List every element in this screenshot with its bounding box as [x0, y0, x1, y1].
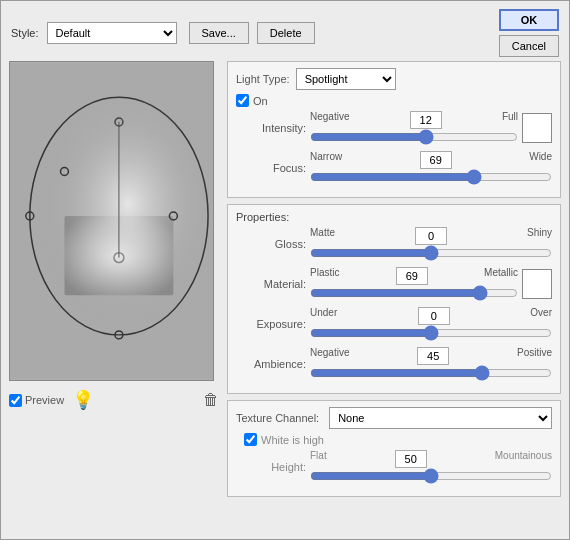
focus-label: Focus:: [236, 162, 306, 174]
height-max-label: Mountainous: [495, 450, 552, 468]
material-min-label: Plastic: [310, 267, 339, 285]
material-max-label: Metallic: [484, 267, 518, 285]
ambience-max-label: Positive: [517, 347, 552, 365]
style-select[interactable]: Default: [47, 22, 177, 44]
on-label: On: [253, 95, 268, 107]
ambience-label: Ambience:: [236, 358, 306, 370]
material-color-swatch[interactable]: [522, 269, 552, 299]
exposure-max-label: Over: [530, 307, 552, 325]
height-label: Height:: [236, 461, 306, 473]
exposure-min-label: Under: [310, 307, 337, 325]
texture-channel-label: Texture Channel:: [236, 412, 319, 424]
bulb-icon: 💡: [72, 389, 94, 411]
focus-row: Focus: Narrow Wide: [236, 151, 552, 185]
cancel-button[interactable]: Cancel: [499, 35, 559, 57]
intensity-row: Intensity: Negative Full: [236, 111, 552, 145]
exposure-label: Exposure:: [236, 318, 306, 330]
focus-min-label: Narrow: [310, 151, 342, 169]
preview-checkbox[interactable]: [9, 394, 22, 407]
texture-channel-row: Texture Channel: None Red Green Blue Alp…: [236, 407, 552, 429]
ok-button[interactable]: OK: [499, 9, 559, 31]
lighting-effects-dialog: Style: Default Save... Delete OK Cancel: [0, 0, 570, 540]
exposure-row: Exposure: Under Over: [236, 307, 552, 341]
material-value[interactable]: [396, 267, 428, 285]
material-label: Material:: [236, 278, 306, 290]
trash-icon[interactable]: 🗑: [203, 391, 219, 409]
height-min-label: Flat: [310, 450, 327, 468]
white-is-high-checkbox[interactable]: [244, 433, 257, 446]
exposure-slider[interactable]: [310, 325, 552, 341]
intensity-value[interactable]: [410, 111, 442, 129]
gloss-slider[interactable]: [310, 245, 552, 261]
height-value[interactable]: [395, 450, 427, 468]
light-type-label: Light Type:: [236, 73, 290, 85]
gloss-min-label: Matte: [310, 227, 335, 245]
light-type-section: Light Type: Spotlight Omni Directional O…: [227, 61, 561, 198]
properties-section: Properties: Gloss: Matte Shiny: [227, 204, 561, 394]
gloss-row: Gloss: Matte Shiny: [236, 227, 552, 261]
focus-value[interactable]: [420, 151, 452, 169]
ambience-value[interactable]: [417, 347, 449, 365]
on-checkbox[interactable]: [236, 94, 249, 107]
light-type-select[interactable]: Spotlight Omni Directional: [296, 68, 396, 90]
gloss-label: Gloss:: [236, 238, 306, 250]
ambience-row: Ambience: Negative Positive: [236, 347, 552, 381]
preview-canvas: [9, 61, 214, 381]
gloss-value[interactable]: [415, 227, 447, 245]
intensity-slider[interactable]: [310, 129, 518, 145]
intensity-label: Intensity:: [236, 122, 306, 134]
save-button[interactable]: Save...: [189, 22, 249, 44]
texture-section: Texture Channel: None Red Green Blue Alp…: [227, 400, 561, 497]
focus-slider[interactable]: [310, 169, 552, 185]
height-slider[interactable]: [310, 468, 552, 484]
texture-channel-select[interactable]: None Red Green Blue Alpha: [329, 407, 552, 429]
exposure-value[interactable]: [418, 307, 450, 325]
white-is-high-label: White is high: [261, 434, 324, 446]
focus-max-label: Wide: [529, 151, 552, 169]
ambience-slider[interactable]: [310, 365, 552, 381]
material-row: Material: Plastic Metallic: [236, 267, 552, 301]
gloss-max-label: Shiny: [527, 227, 552, 245]
intensity-min-label: Negative: [310, 111, 349, 129]
style-label: Style:: [11, 27, 39, 39]
height-row: Height: Flat Mountainous: [236, 450, 552, 484]
delete-button[interactable]: Delete: [257, 22, 315, 44]
intensity-max-label: Full: [502, 111, 518, 129]
properties-title: Properties:: [236, 211, 552, 223]
preview-checkbox-label[interactable]: Preview: [9, 394, 64, 407]
preview-label: Preview: [25, 394, 64, 406]
ambience-min-label: Negative: [310, 347, 349, 365]
intensity-color-swatch[interactable]: [522, 113, 552, 143]
material-slider[interactable]: [310, 285, 518, 301]
